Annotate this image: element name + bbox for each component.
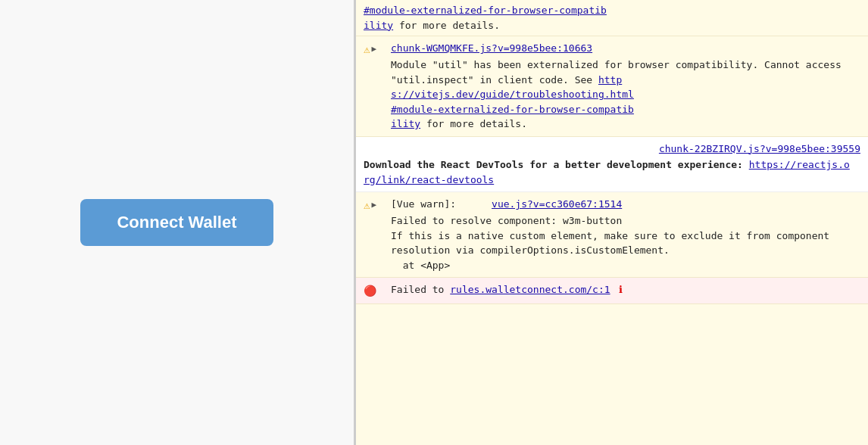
top-link-suffix: for more details. xyxy=(393,20,500,31)
console-error-1: 🔴 Failed to rules.walletconnect.com/c:1 … xyxy=(356,278,868,304)
warning-icon-2: ⚠ xyxy=(364,198,370,213)
console-info-1: chunk-22BZIRQV.js?v=998e5bee:39559 Downl… xyxy=(356,137,868,193)
error-icon-1: 🔴 xyxy=(364,283,376,299)
warning-1-body: Module "util" has been externalized for … xyxy=(391,58,860,132)
console-warning-2: ⚠ ▶ [Vue warn]: vue.js?v=cc360e67:1514 F… xyxy=(356,192,868,278)
chunk-link-1[interactable]: chunk-WGMQMKFE.js?v=998e5bee:10663 xyxy=(391,42,592,54)
left-panel: Connect Wallet xyxy=(0,0,356,445)
expand-arrow-1[interactable]: ▶ xyxy=(371,43,376,56)
error-icon-right: ℹ xyxy=(619,284,623,295)
warning-2-body: Failed to resolve component: w3m-button … xyxy=(391,213,860,272)
chunk-link-2[interactable]: chunk-22BZIRQV.js?v=998e5bee:39559 xyxy=(659,143,860,154)
expand-arrow-2[interactable]: ▶ xyxy=(371,199,376,212)
error-prefix: Failed to xyxy=(391,284,450,295)
warning-icon-1: ⚠ xyxy=(364,42,370,58)
warning-1-link[interactable]: https://vitejs.dev/guide/troubleshooting… xyxy=(391,74,634,130)
vue-warn-label: [Vue warn]: xyxy=(391,198,492,210)
info-1-body: Download the React DevTools for a better… xyxy=(364,157,860,187)
connect-wallet-button[interactable]: Connect Wallet xyxy=(80,199,273,246)
console-panel: #module-externalized-for-browser-compati… xyxy=(356,0,868,445)
error-link-1[interactable]: rules.walletconnect.com/c:1 xyxy=(450,284,610,295)
vue-chunk-link[interactable]: vue.js?v=cc360e67:1514 xyxy=(492,198,622,210)
console-top-link-entry: #module-externalized-for-browser-compati… xyxy=(356,0,868,36)
console-warning-1: ⚠ ▶ chunk-WGMQMKFE.js?v=998e5bee:10663 M… xyxy=(356,36,868,137)
